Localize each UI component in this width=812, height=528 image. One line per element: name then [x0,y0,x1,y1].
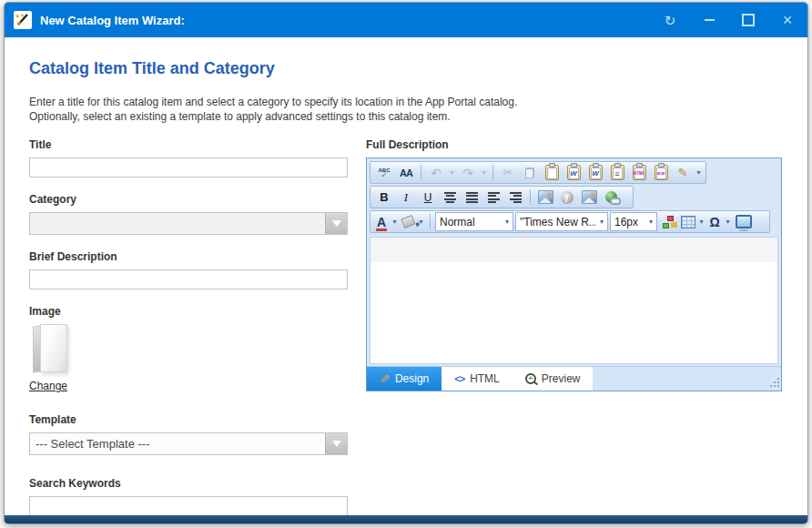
tab-preview[interactable]: + Preview [513,367,594,391]
omega-icon: Ω [709,215,719,229]
window-controls: ↻ × [663,13,795,27]
align-justify-button[interactable] [462,188,482,207]
paste-xml-button[interactable]: «» [651,164,671,182]
font-color-button[interactable]: A [374,213,389,231]
toolbar-clipboard-row: ABC ✓ AA ↶ ▾ ↷ ▾ ✂ [370,161,706,184]
catalog-item-image [33,324,69,371]
svg-text:★: ★ [20,13,25,18]
category-dropdown-button[interactable] [325,213,347,234]
category-label: Category [29,193,348,206]
background-color-button[interactable] [401,213,415,231]
align-left-icon [488,192,500,203]
bold-icon: B [380,190,388,204]
toolbar-separator [492,165,493,180]
toolbar-font-row: A ▾ ▾ Normal ▾ "Times New R... ▾ [370,210,770,233]
image-manager-button[interactable] [535,188,555,207]
paste-html-icon: HTML [633,165,646,180]
brief-description-input[interactable] [29,269,348,289]
undo-dropdown-caret[interactable]: ▾ [448,168,456,177]
underline-button[interactable]: U [418,188,438,207]
paragraph-style-value: Normal [440,216,475,228]
chevron-down-icon: ▾ [502,218,509,226]
undo-button[interactable]: ↶ [426,164,446,182]
italic-button[interactable]: I [396,188,416,207]
change-image-link[interactable]: Change [29,380,67,392]
redo-button[interactable]: ↷ [458,164,478,182]
template-dropdown-button[interactable] [325,433,347,454]
image-manager-icon [538,190,553,204]
title-input[interactable] [29,157,348,178]
chevron-down-icon: ▾ [645,218,653,226]
align-center-button[interactable] [440,188,460,207]
code-brackets-icon: <> [454,373,464,384]
maximize-button[interactable] [741,13,756,27]
title-label: Title [29,138,348,151]
format-stripper-button[interactable]: ✎ [673,164,693,182]
paste-as-html-button[interactable]: HTML [629,164,649,182]
paste-xml-icon: «» [655,165,668,180]
insert-table-button[interactable] [681,213,695,231]
page-title: Catalog Item Title and Category [29,59,782,78]
font-color-icon: A [377,216,386,228]
paste-plain-text-button[interactable]: ≡ [607,164,627,182]
media-manager-button[interactable] [734,213,754,231]
chevron-down-icon [332,441,341,447]
image-box-front [40,324,67,372]
tab-html[interactable]: <> HTML [442,367,513,391]
format-stripper-caret[interactable]: ▾ [695,168,703,177]
editor-toolbars: ABC ✓ AA ↶ ▾ ↷ ▾ ✂ [367,158,781,236]
align-left-button[interactable] [483,188,503,207]
intro-line-1: Enter a title for this catalog item and … [29,96,517,108]
category-dropdown[interactable] [29,212,348,235]
insert-symbol-caret[interactable]: ▾ [724,218,732,226]
spellcheck-button[interactable]: ABC ✓ [374,164,394,182]
flash-manager-button[interactable]: f [557,188,577,207]
redo-dropdown-caret[interactable]: ▾ [480,168,488,177]
chevron-down-icon: ▾ [596,218,604,226]
insert-table-caret[interactable]: ▾ [697,218,705,226]
wizard-window: ★ ★ ★ New Catalog Item Wizard: ↻ × Catal… [4,2,808,524]
italic-icon: I [404,190,408,205]
toolbar-format-row: B I U f [370,186,634,208]
font-color-caret[interactable]: ▾ [391,218,399,226]
brief-description-label: Brief Description [29,250,348,263]
svg-text:★: ★ [16,20,21,25]
paste-button[interactable] [542,164,562,182]
paste-from-word-button[interactable]: W [563,164,584,182]
copy-button[interactable] [520,164,540,182]
image-map-button[interactable] [579,188,599,207]
full-description-label: Full Description [366,138,782,151]
font-size-select[interactable]: 16px ▾ [610,212,657,231]
search-keywords-input[interactable] [29,496,348,515]
font-family-select[interactable]: "Times New R... ▾ [515,212,608,231]
paragraph-style-select[interactable]: Normal ▾ [435,212,513,231]
minimize-button[interactable] [702,13,716,27]
editor-content-area[interactable] [370,237,778,364]
snippet-sitemap-icon [663,216,676,228]
paste-from-word-nostyles-button[interactable]: W [585,164,605,182]
image-map-icon [582,190,597,204]
hyperlink-manager-button[interactable] [601,188,621,207]
find-replace-button[interactable]: AA [396,164,416,182]
intro-text: Enter a title for this catalog item and … [29,95,782,124]
font-family-value: "Times New R... [520,216,596,228]
insert-symbol-button[interactable]: Ω [707,213,722,231]
window-bottom-edge [5,515,807,523]
close-button[interactable]: × [780,13,795,27]
template-dropdown[interactable]: --- Select Template --- [29,432,348,455]
underline-icon: U [424,191,432,204]
chevron-down-icon [332,220,341,227]
table-icon [681,216,695,228]
refresh-icon[interactable]: ↻ [663,13,677,27]
image-label: Image [29,305,348,318]
intro-line-2: Optionally, select an existing a templat… [29,110,451,123]
align-right-button[interactable] [505,188,525,207]
tab-design[interactable]: ✎ Design [367,367,442,391]
title-bar: ★ ★ ★ New Catalog Item Wizard: ↻ × [5,3,807,37]
editor-resize-grip[interactable] [774,381,776,383]
undo-icon: ↶ [431,166,442,180]
bold-button[interactable]: B [374,188,394,207]
insert-snippet-button[interactable] [659,213,679,231]
tab-preview-label: Preview [542,372,581,385]
cut-button[interactable]: ✂ [498,164,518,182]
